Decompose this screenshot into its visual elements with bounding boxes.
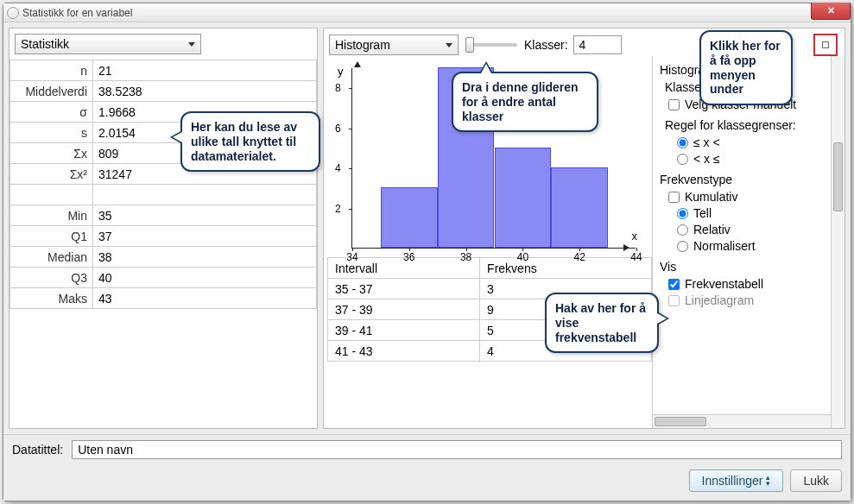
radio-tell[interactable] [677, 208, 688, 219]
callout-stats: Her kan du lese av ulike tall knyttet ti… [180, 111, 320, 172]
y-tick: 6 [335, 123, 341, 135]
stats-table: n21Middelverdi38.5238σ1.9668s2.0154Σx809… [9, 60, 317, 309]
stats-row-value: 43 [93, 288, 317, 309]
scrollbar-thumb[interactable] [833, 142, 843, 211]
y-axis-arrow-icon [354, 61, 361, 67]
stats-row-value: 40 [93, 268, 317, 288]
callout-freqtable-text: Hak av her for å vise frekvenstabell [555, 301, 646, 344]
callout-menu: Klikk her for å få opp menyen under [699, 30, 793, 105]
close-button[interactable]: ✕ [811, 3, 851, 20]
freq-interval: 35 - 37 [328, 279, 480, 299]
options-hscrollbar[interactable] [653, 414, 831, 428]
freq-interval: 41 - 43 [328, 341, 480, 362]
y-tick: 8 [335, 82, 341, 94]
callout-menu-text: Klikk her for å få opp menyen under [710, 39, 781, 96]
scrollbar-thumb[interactable] [655, 417, 706, 426]
x-axis-arrow-icon [623, 244, 629, 251]
datatitle-label: Datatittel: [12, 443, 63, 457]
histogram-bar [381, 187, 438, 248]
stats-row-label [10, 185, 93, 205]
opt-rule-2[interactable]: < x ≤ [677, 152, 838, 166]
stats-row-label: n [10, 60, 93, 81]
stats-row: Q137 [10, 226, 317, 247]
x-tick: 42 [574, 251, 585, 263]
classes-label: Klasser: [524, 38, 568, 52]
stats-dropdown-label: Statistikk [21, 37, 69, 51]
stats-row: n21 [10, 60, 317, 81]
checkbox-kumulativ[interactable] [668, 192, 680, 203]
stats-row-label: Σx² [10, 164, 93, 185]
button-row: Innstillinger ▴▾ Lukk [3, 464, 851, 501]
opt-rule-heading: Regel for klassegrenser: [665, 118, 838, 132]
chevron-down-icon [446, 43, 452, 47]
stats-row-label: Q3 [10, 268, 93, 288]
classes-input[interactable] [573, 35, 622, 54]
window-body: Statistikk n21Middelverdi38.5238σ1.9668s… [3, 22, 851, 434]
opt-kumulativ[interactable]: Kumulativ [668, 190, 838, 204]
stats-row [10, 185, 317, 205]
chevron-down-icon [188, 42, 195, 47]
histogram-bar [551, 167, 608, 248]
histogram-panel: Histogram Klasser: y 246834363840 [323, 28, 845, 429]
stats-row-label: Min [10, 205, 93, 226]
stats-panel: Statistikk n21Middelverdi38.5238σ1.9668s… [9, 28, 318, 429]
x-tick: 36 [403, 251, 414, 263]
checkbox-frekvenstabell[interactable] [668, 279, 680, 290]
footer-row: Datatittel: [3, 434, 851, 464]
histogram-options-panel: Histogram Klasser Velg klasser manuelt R… [652, 56, 845, 428]
x-tick: 44 [630, 251, 642, 263]
stats-row-label: Maks [10, 288, 93, 309]
options-vscrollbar[interactable] [831, 56, 845, 428]
callout-slider: Dra i denne glideren for å endre antal k… [452, 72, 598, 132]
opt-normalisert[interactable]: Normalisert [677, 239, 838, 253]
app-icon [7, 7, 19, 19]
opt-vis-heading: Vis [660, 260, 838, 274]
opt-tell[interactable]: Tell [677, 206, 838, 220]
x-tick: 38 [460, 251, 471, 263]
window-title: Statistikk for en variabel [22, 7, 132, 19]
chart-type-dropdown[interactable]: Histogram [329, 35, 459, 55]
y-tick: 4 [335, 162, 341, 174]
opt-freqtype-heading: Frekvenstype [660, 173, 838, 186]
options-menu-icon [822, 41, 829, 48]
stats-window: Statistikk for en variabel ✕ Statistikk … [3, 3, 851, 501]
settings-button-label: Innstillinger [702, 474, 763, 488]
checkbox-linjediagram[interactable] [668, 295, 680, 306]
titlebar: Statistikk for en variabel ✕ [3, 3, 851, 22]
stats-row: Median38 [10, 247, 317, 268]
checkbox-manual-classes[interactable] [668, 99, 680, 110]
slider-thumb[interactable] [465, 37, 474, 53]
datatitle-input[interactable] [72, 440, 842, 459]
close-button-label: Lukk [803, 474, 829, 488]
radio-rule-1[interactable] [677, 137, 688, 148]
stats-type-dropdown[interactable]: Statistikk [15, 34, 201, 54]
close-icon: ✕ [827, 5, 835, 16]
stats-row-value: 21 [93, 60, 317, 81]
opt-rule-1[interactable]: ≤ x < [677, 135, 838, 149]
radio-rule-2[interactable] [677, 154, 688, 165]
options-menu-button[interactable] [813, 34, 838, 56]
stats-row-label: σ [10, 102, 93, 123]
settings-button[interactable]: Innstillinger ▴▾ [689, 469, 784, 492]
opt-relativ[interactable]: Relativ [677, 223, 838, 236]
close-button-footer[interactable]: Lukk [790, 469, 842, 492]
stats-row-value: 37 [93, 226, 317, 247]
freq-interval: 39 - 41 [328, 320, 480, 341]
stats-row-label: Q1 [10, 226, 93, 247]
radio-normalisert[interactable] [677, 241, 688, 252]
classes-slider[interactable] [465, 43, 517, 47]
x-tick: 40 [517, 251, 528, 263]
stats-row-label: Σx [10, 143, 93, 164]
chart-dropdown-label: Histogram [335, 38, 390, 52]
opt-linjediagram[interactable]: Linjediagram [668, 293, 838, 307]
stats-row-value: 38 [93, 247, 317, 268]
x-tick: 34 [346, 251, 357, 263]
freq-col-frequency: Frekvens [480, 258, 652, 279]
callout-freqtable: Hak av her for å vise frekvenstabell [545, 293, 659, 353]
x-axis-label: x [632, 230, 638, 243]
stats-row-value: 35 [93, 205, 317, 226]
opt-frekvenstabell[interactable]: Frekvenstabell [668, 277, 838, 291]
freq-interval: 37 - 39 [328, 299, 480, 320]
radio-relativ[interactable] [677, 224, 688, 236]
callout-stats-text: Her kan du lese av ulike tall knyttet ti… [191, 120, 297, 163]
